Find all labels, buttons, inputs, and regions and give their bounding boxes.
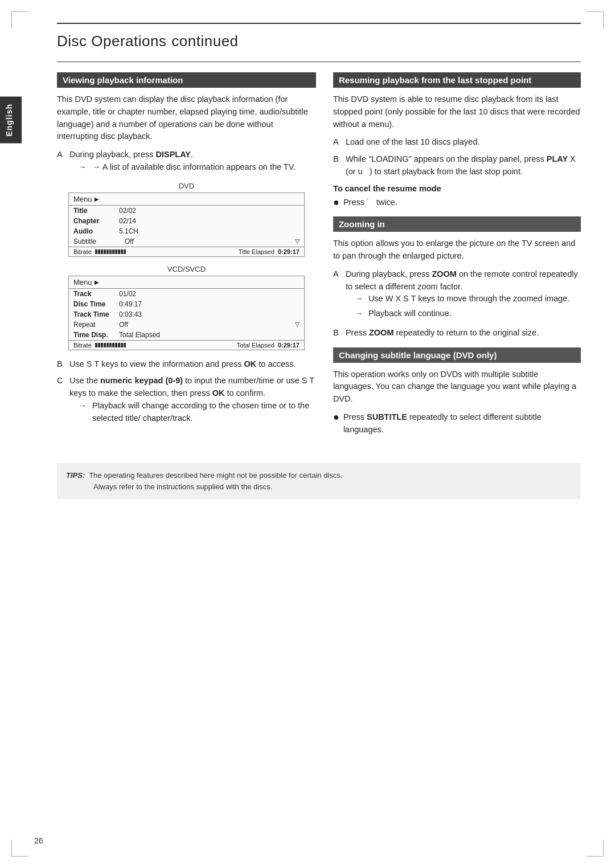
zoom-bold-a: ZOOM bbox=[432, 269, 457, 279]
vcd-bitrate-bar-9 bbox=[118, 343, 120, 347]
dvd-val-chapter: 02/14 bbox=[119, 217, 300, 225]
section-zooming-header: Zooming in bbox=[333, 216, 581, 232]
bitrate-bar-1 bbox=[95, 249, 97, 254]
resuming-letter-b: B bbox=[333, 153, 343, 166]
page-container: English Disc Operations continued Viewin… bbox=[0, 0, 615, 868]
resuming-content-a: Load one of the last 10 discs played. bbox=[346, 136, 581, 149]
dvd-val-title: 02/02 bbox=[119, 207, 300, 215]
list-content-b: Use S T keys to view the information and… bbox=[69, 358, 316, 371]
vcd-row-disctime: Disc Time 0:49:17 bbox=[69, 299, 304, 309]
dvd-menu-text: Menu bbox=[73, 195, 92, 203]
dvd-menu-header: Menu ▶ bbox=[69, 193, 304, 206]
zoom-arrow-text-2: Playback will continue. bbox=[368, 308, 452, 320]
bitrate-bar-4 bbox=[104, 249, 106, 254]
list-letter-a: A bbox=[57, 149, 67, 161]
footer-tips: TIPS: The operating features described h… bbox=[57, 463, 581, 499]
vcd-key-timedisp: Time Disp. bbox=[73, 331, 119, 339]
item-a-text-before: During playback, press bbox=[69, 150, 156, 159]
vcd-bitrate-bar-8 bbox=[115, 343, 117, 347]
item-a-bold: DISPLAY bbox=[156, 150, 191, 159]
tips-label: TIPS: bbox=[66, 471, 85, 480]
zooming-arrow-2: → Playback will continue. bbox=[355, 308, 581, 320]
vcd-bitrate-bar-2 bbox=[98, 343, 100, 347]
tips-text1: The operating features described here mi… bbox=[89, 471, 342, 480]
dvd-menu-container: DVD Menu ▶ Title 02/02 Chapter 02/14 bbox=[68, 182, 305, 257]
list-letter-b: B bbox=[57, 358, 67, 371]
vcd-key-tracktime: Track Time bbox=[73, 310, 119, 318]
vcd-bitrate-bar-4 bbox=[104, 343, 106, 347]
vcd-bitrate-bar-6 bbox=[109, 343, 112, 347]
vcd-key-repeat: Repeat bbox=[73, 321, 119, 329]
cancel-section-title: To cancel the resume mode bbox=[333, 184, 581, 193]
bitrate-bar-10 bbox=[121, 249, 123, 254]
vcd-row-track: Track 01/02 bbox=[69, 289, 304, 299]
left-column: Viewing playback information This DVD sy… bbox=[57, 72, 316, 440]
page-title-suffix: continued bbox=[171, 32, 238, 50]
section-resuming-header: Resuming playback from the last stopped … bbox=[333, 72, 581, 88]
dvd-row-title: Title 02/02 bbox=[69, 206, 304, 216]
section-resuming-intro: This DVD system is able to resume disc p… bbox=[333, 93, 581, 130]
dvd-row-chapter: Chapter 02/14 bbox=[69, 216, 304, 226]
section-viewing-header: Viewing playback information bbox=[57, 72, 316, 88]
section-subtitle-intro: This operation works only on DVDs with m… bbox=[333, 369, 581, 406]
zoom-arrow-icon-1: → bbox=[355, 293, 366, 305]
dvd-play-icon: ▶ bbox=[95, 196, 99, 202]
zooming-arrow-1: → Use W X S T keys to move through the z… bbox=[355, 293, 581, 305]
page-title: Disc Operations continued bbox=[57, 31, 581, 50]
item-c-arrow: → Playback will change according to the … bbox=[79, 400, 316, 425]
list-content-a: During playback, press DISPLAY. → → A li… bbox=[69, 149, 316, 176]
list-letter-c: C bbox=[57, 375, 67, 387]
zooming-letter-b: B bbox=[333, 327, 343, 339]
vcd-repeat-arrow: ▽ bbox=[295, 321, 300, 329]
bitrate-bar-11 bbox=[124, 249, 126, 254]
list-item-a-display: A During playback, press DISPLAY. → → A … bbox=[57, 149, 316, 176]
vcd-bitrate-bar-1 bbox=[95, 343, 97, 347]
list-item-b-keys: B Use S T keys to view the information a… bbox=[57, 358, 316, 371]
vcd-bitrate-bar-11 bbox=[124, 343, 126, 347]
dvd-subtitle-arrow: ▽ bbox=[295, 238, 300, 245]
vcd-menu-table: Menu ▶ Track 01/02 Disc Time 0:49:17 Tra… bbox=[68, 276, 305, 350]
vcd-row-tracktime: Track Time 0:03:43 bbox=[69, 309, 304, 320]
vcd-bitrate-bar-10 bbox=[121, 343, 123, 347]
vcd-elapsed: Total Elapsed 0:29:17 bbox=[237, 342, 300, 349]
zoom-arrow-text-1: Use W X S T keys to move through the zoo… bbox=[368, 293, 569, 305]
bitrate-bar-5 bbox=[106, 249, 109, 254]
dvd-row-audio: Audio 5.1CH bbox=[69, 226, 304, 236]
list-content-c: Use the numeric keypad (0-9) to input th… bbox=[69, 375, 316, 427]
item-c-arrow-text: Playback will change according to the ch… bbox=[92, 400, 316, 425]
dvd-key-chapter: Chapter bbox=[73, 217, 119, 225]
resuming-item-a: A Load one of the last 10 discs played. bbox=[333, 136, 581, 149]
item-a-arrow-text: → A list of available disc information a… bbox=[92, 161, 296, 174]
cancel-bullet-icon: ● bbox=[333, 196, 343, 209]
vcd-menu-text: Menu bbox=[73, 278, 92, 286]
vcd-val-tracktime: 0:03:43 bbox=[119, 310, 300, 318]
vcd-val-track: 01/02 bbox=[119, 290, 300, 298]
vcd-bitrate-bars bbox=[95, 343, 126, 347]
dvd-menu-table: Menu ▶ Title 02/02 Chapter 02/14 Audio 5… bbox=[68, 193, 305, 257]
section-viewing-intro: This DVD system can display the disc pla… bbox=[57, 93, 316, 143]
item-c-arrow-icon: → bbox=[79, 400, 90, 412]
bitrate-bar-7 bbox=[112, 249, 114, 254]
vcd-row-timedisp: Time Disp. Total Elapsed bbox=[69, 330, 304, 340]
header-divider bbox=[57, 62, 581, 62]
resuming-play-bold: PLAY bbox=[547, 154, 568, 163]
cancel-bullet-item: ● Press ˙ twice. bbox=[333, 196, 581, 209]
dvd-bitrate-bars bbox=[95, 249, 126, 254]
vcd-key-disctime: Disc Time bbox=[73, 300, 119, 308]
vcd-val-disctime: 0:49:17 bbox=[119, 300, 300, 308]
vcd-bitrate-bar-5 bbox=[106, 343, 109, 347]
item-c-bold-numpad: numeric keypad (0-9) bbox=[100, 376, 183, 385]
bitrate-bar-3 bbox=[101, 249, 103, 254]
dvd-key-subtitle: Subtitle bbox=[73, 238, 119, 245]
item-c-bold-ok: OK bbox=[212, 388, 225, 398]
vcd-play-icon: ▶ bbox=[95, 279, 99, 285]
dvd-elapsed: Title Elapsed 0:29:17 bbox=[239, 248, 300, 255]
bitrate-bar-2 bbox=[98, 249, 100, 254]
subtitle-bullet-icon: ● bbox=[333, 411, 343, 424]
dvd-row-subtitle: Subtitle Off ▽ bbox=[69, 236, 304, 247]
zooming-letter-a: A bbox=[333, 268, 343, 281]
item-a-text-after: . bbox=[191, 150, 193, 159]
vcd-val-repeat: Off bbox=[119, 321, 295, 329]
bitrate-bar-9 bbox=[118, 249, 120, 254]
vcd-row-bitrate: Bitrate bbox=[69, 340, 304, 350]
